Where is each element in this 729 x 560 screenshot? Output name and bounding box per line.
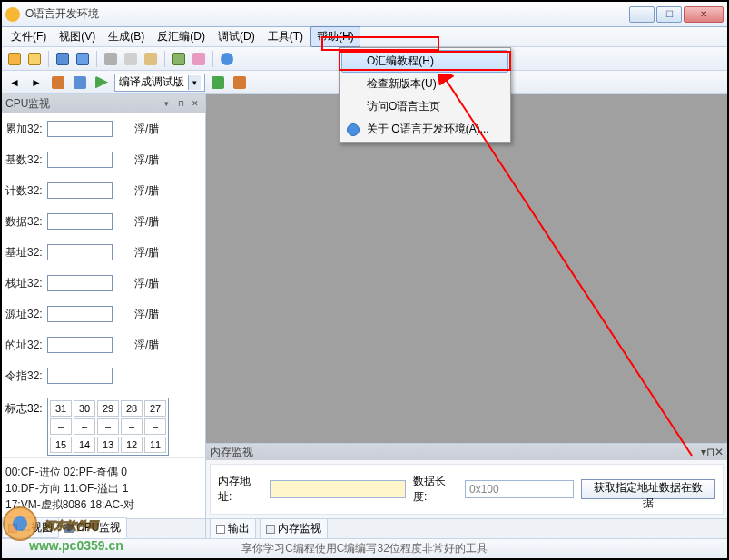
plugin-icon[interactable]: [190, 50, 208, 68]
separator: [96, 51, 97, 67]
memory-panel-body: 内存地址: 数据长度: 获取指定地址数据在数据: [210, 464, 724, 515]
panel-close-icon[interactable]: ✕: [189, 97, 202, 110]
saveall-icon[interactable]: [74, 50, 92, 68]
nav-fwd-icon[interactable]: ►: [27, 74, 45, 92]
mem-len-input[interactable]: [465, 480, 574, 498]
step-icon[interactable]: [231, 74, 249, 92]
flag-cell: 13: [97, 437, 119, 453]
paste-icon[interactable]: [142, 50, 160, 68]
window-buttons: — ☐ ✕: [629, 6, 724, 23]
menu-view[interactable]: 视图(V): [54, 27, 101, 46]
reg-suffix: 浮/腊: [134, 214, 159, 230]
reg-label: 的址32:: [5, 338, 47, 353]
mem-addr-input[interactable]: [270, 480, 406, 498]
run-icon[interactable]: [209, 74, 227, 92]
open-icon[interactable]: [25, 50, 44, 68]
save-icon[interactable]: [54, 50, 72, 68]
titlebar: O语言开发环境 — ☐ ✕: [2, 2, 727, 27]
reg-label: 令指32:: [5, 368, 47, 384]
flag-cell: –: [121, 418, 143, 435]
flag-cell: 12: [121, 437, 143, 453]
reg-input[interactable]: [47, 275, 113, 291]
gear-icon[interactable]: [170, 50, 188, 68]
menu-debug[interactable]: 调试(D): [212, 27, 261, 46]
info-line: 00:CF-进位 02:PF-奇偶 0: [5, 464, 202, 480]
menu-item-check-update[interactable]: 检查新版本(U): [341, 73, 508, 95]
build-config-combo[interactable]: 编译成调试版 ▾: [114, 74, 205, 92]
workarea: CPU监视 ▾ ⊓ ✕ 累加32:浮/腊基数32:浮/腊计数32:浮/腊数据32…: [2, 94, 727, 538]
separator: [48, 51, 49, 67]
flags-row: 标志32: 3130292827–––––1514131211: [5, 398, 202, 456]
reg-input[interactable]: [47, 337, 113, 353]
reg-label: 基址32:: [5, 245, 47, 260]
cpu-panel-title: CPU监视: [5, 96, 50, 112]
panel-dropdown-icon[interactable]: ▾: [160, 97, 172, 110]
reg-suffix: 浮/腊: [134, 307, 159, 322]
menu-tools[interactable]: 工具(T): [262, 27, 309, 46]
reg-row: 栈址32:浮/腊: [5, 274, 202, 292]
reg-label: 累加32:: [5, 122, 47, 137]
mem-fetch-button[interactable]: 获取指定地址数据在数据: [581, 479, 715, 499]
reg-suffix: 浮/腊: [134, 276, 159, 291]
reg-input[interactable]: [47, 244, 113, 260]
flag-cell: –: [74, 418, 95, 435]
flag-cell: 30: [74, 400, 95, 417]
pin-icon[interactable]: [49, 74, 67, 92]
flag-cell: 31: [50, 400, 72, 417]
reg-row: 基数32:浮/腊: [5, 151, 202, 169]
reg-row: 令指32:: [5, 367, 202, 385]
menu-decompile[interactable]: 反汇编(D): [152, 27, 211, 46]
panel-close-icon[interactable]: ✕: [714, 446, 724, 458]
reg-label: 基数32:: [5, 152, 47, 168]
play-icon[interactable]: [93, 74, 111, 92]
mem-addr-label: 内存地址:: [218, 474, 262, 505]
editor-canvas[interactable]: [206, 94, 727, 443]
reg-suffix: 浮/腊: [134, 338, 159, 353]
watermark-icon: [2, 506, 38, 542]
cpu-panel-body: 累加32:浮/腊基数32:浮/腊计数32:浮/腊数据32:浮/腊基址32:浮/腊…: [2, 113, 205, 457]
info-line: 10:DF-方向 11:OF-溢出 1: [5, 480, 202, 496]
help-icon[interactable]: [218, 50, 236, 68]
menu-help[interactable]: 帮助(H): [310, 26, 360, 47]
maximize-button[interactable]: ☐: [656, 6, 682, 23]
reg-suffix: 浮/腊: [134, 122, 159, 137]
menu-item-visit-site[interactable]: 访问O语言主页: [341, 95, 508, 118]
flag-cell: –: [50, 418, 72, 435]
cut-icon[interactable]: [102, 50, 120, 68]
copy-icon[interactable]: [122, 50, 140, 68]
chevron-down-icon[interactable]: ▾: [188, 75, 201, 90]
reg-input[interactable]: [47, 213, 113, 230]
new-icon[interactable]: [5, 50, 24, 68]
close-button[interactable]: ✕: [684, 6, 724, 23]
flag-cell: 14: [74, 437, 95, 453]
menu-file[interactable]: 文件(F): [5, 27, 52, 46]
reg-input[interactable]: [47, 182, 113, 199]
panel-pin-icon[interactable]: ⊓: [706, 446, 714, 458]
menu-build[interactable]: 生成(B): [103, 27, 150, 46]
menubar: 文件(F) 视图(V) 生成(B) 反汇编(D) 调试(D) 工具(T) 帮助(…: [2, 27, 727, 47]
reg-input[interactable]: [47, 368, 113, 384]
flag-cell: –: [97, 418, 119, 435]
reg-row: 累加32:浮/腊: [5, 120, 202, 138]
reg-row: 源址32:浮/腊: [5, 305, 202, 323]
reg-input[interactable]: [47, 306, 113, 322]
minimize-button[interactable]: —: [629, 6, 655, 23]
tab-output[interactable]: 输出: [210, 518, 256, 539]
bookmark-icon[interactable]: [71, 74, 89, 92]
flag-cell: 15: [50, 437, 72, 453]
panel-pin-icon[interactable]: ⊓: [174, 97, 187, 110]
flag-cell: 27: [144, 400, 166, 417]
tab-memory[interactable]: 内存监视: [260, 518, 328, 539]
flag-cell: 28: [121, 400, 143, 417]
memory-panel: 内存监视 ▾ ⊓ ✕ 内存地址: 数据长度: 获取指定地址数据在数据: [206, 443, 727, 518]
window-title: O语言开发环境: [25, 6, 629, 22]
nav-back-icon[interactable]: ◄: [5, 74, 24, 92]
svg-point-2: [13, 516, 27, 531]
main-bottom-tabs: 输出 内存监视: [206, 518, 727, 538]
reg-input[interactable]: [47, 121, 113, 137]
menu-item-about[interactable]: 关于 O语言开发环境(A)...: [341, 118, 508, 141]
reg-label: 数据32:: [5, 214, 47, 230]
reg-input[interactable]: [47, 152, 113, 168]
menu-item-tutorial[interactable]: O汇编教程(H): [341, 50, 508, 73]
watermark: 河东软件网 www.pc0359.cn: [2, 506, 123, 553]
